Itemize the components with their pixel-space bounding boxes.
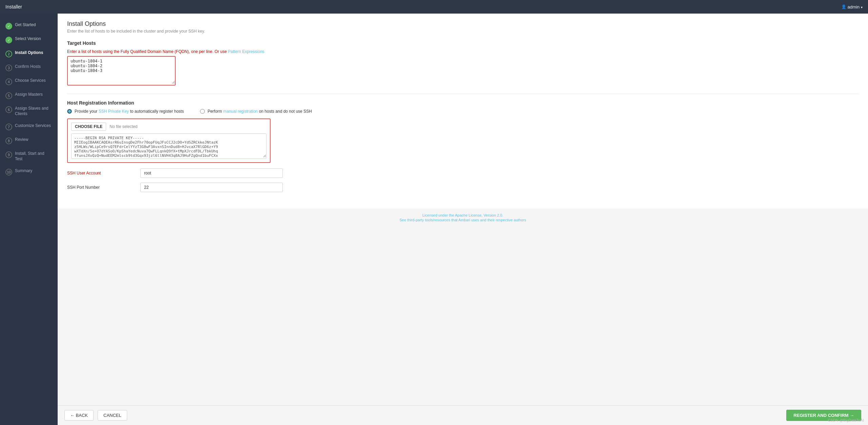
content-panel: Install Options Enter the list of hosts … (58, 14, 868, 405)
manual-reg-option[interactable]: Perform manual registration on hosts and… (200, 109, 312, 114)
app-title: Installer (5, 4, 22, 10)
radio-row: Provide your SSH Private Key to automati… (67, 109, 859, 114)
back-button[interactable]: ← BACK (64, 410, 94, 421)
file-upload-row: CHOOSE FILE No file selected (71, 123, 267, 131)
ssh-port-input[interactable] (140, 183, 283, 192)
left-buttons: ← BACK CANCEL (64, 410, 127, 421)
bottom-bar: ← BACK CANCEL REGISTER AND CONFIRM → (58, 405, 868, 425)
page-subtitle: Enter the list of hosts to be included i… (67, 29, 859, 34)
sidebar-item-get-started[interactable]: Get Started (0, 19, 58, 33)
host-registration-title: Host Registration Information (67, 100, 859, 106)
ssh-user-label: SSH User Account (67, 171, 135, 175)
host-registration-section: Host Registration Information Provide yo… (67, 100, 859, 192)
sidebar-item-label: Select Version (15, 36, 41, 42)
sidebar-item-label: Summary (15, 168, 32, 174)
sidebar-item-customize-services[interactable]: 7 Customize Services (0, 120, 58, 134)
pattern-expressions-link[interactable]: Pattern Expressions (228, 49, 264, 54)
footer-thirdparty-link[interactable]: See third-party tools/resources that Amb… (399, 218, 526, 222)
sidebar-item-assign-slaves[interactable]: 6 Assign Slaves and Clients (0, 103, 58, 120)
ssh-user-input[interactable] (140, 168, 283, 178)
step-circle-customize-services: 7 (5, 124, 12, 130)
target-hosts-title: Target Hosts (67, 40, 859, 46)
ssh-port-label: SSH Port Number (67, 185, 135, 190)
main-area: Install Options Enter the list of hosts … (58, 14, 868, 425)
private-key-wrapper (71, 133, 267, 159)
step-circle-install-options: 2 (5, 51, 12, 57)
sidebar: Get Started Select Version 2 Install Opt… (0, 14, 58, 425)
ssh-port-row: SSH Port Number (67, 183, 859, 192)
step-circle-assign-slaves: 6 (5, 106, 12, 113)
content-inner: Install Options Enter the list of hosts … (58, 14, 868, 208)
ssh-user-row: SSH User Account (67, 168, 859, 178)
step-circle-confirm-hosts: 3 (5, 64, 12, 71)
sidebar-item-label: Assign Masters (15, 92, 43, 97)
ssh-private-key-link[interactable]: SSH Private Key (99, 109, 129, 114)
target-hosts-section: Target Hosts Enter a list of hosts using… (67, 40, 859, 86)
sidebar-item-label: Choose Services (15, 78, 46, 84)
sidebar-item-label: Assign Slaves and Clients (15, 106, 52, 116)
sidebar-item-label: Confirm Hosts (15, 64, 41, 70)
section-divider (67, 94, 859, 94)
sidebar-item-label: Install, Start and Test (15, 151, 52, 162)
page-title: Install Options (67, 20, 859, 27)
footer-license-link[interactable]: Licensed under the Apache License, Versi… (422, 213, 504, 217)
fqdn-instruction: Enter a list of hosts using the Fully Qu… (67, 49, 859, 54)
sidebar-item-summary[interactable]: 10 Summary (0, 165, 58, 179)
user-name: admin (848, 4, 860, 10)
sidebar-item-install-start[interactable]: 9 Install, Start and Test (0, 148, 58, 165)
topbar: Installer admin (0, 0, 868, 14)
sidebar-item-label: Customize Services (15, 123, 51, 129)
no-file-label: No file selected (110, 124, 137, 129)
ssh-key-option[interactable]: Provide your SSH Private Key to automati… (67, 109, 184, 114)
ssh-key-radio[interactable] (67, 109, 72, 114)
ssh-option-text: Provide your SSH Private Key to automati… (75, 109, 184, 114)
hosts-textarea[interactable] (68, 57, 175, 84)
sidebar-item-label: Get Started (15, 22, 36, 28)
cancel-button[interactable]: CANCEL (98, 410, 127, 421)
step-circle-assign-masters: 5 (5, 92, 12, 99)
step-circle-review: 8 (5, 137, 12, 144)
sidebar-item-choose-services[interactable]: 4 Choose Services (0, 75, 58, 89)
choose-file-button[interactable]: CHOOSE FILE (71, 123, 106, 131)
sidebar-item-label: Review (15, 137, 28, 143)
manual-reg-radio[interactable] (200, 109, 205, 114)
manual-option-text: Perform manual registration on hosts and… (208, 109, 312, 114)
sidebar-item-select-version[interactable]: Select Version (0, 33, 58, 47)
watermark: CSDN @BigDataToAI (828, 418, 864, 422)
step-circle-get-started (5, 23, 12, 30)
step-circle-select-version (5, 37, 12, 43)
sidebar-item-assign-masters[interactable]: 5 Assign Masters (0, 89, 58, 103)
user-menu-caret (861, 4, 863, 10)
sidebar-item-label: Install Options (15, 50, 43, 56)
footer: Licensed under the Apache License, Versi… (58, 208, 868, 227)
step-circle-summary: 10 (5, 169, 12, 175)
file-upload-box: CHOOSE FILE No file selected (67, 118, 271, 163)
private-key-textarea[interactable] (72, 134, 266, 158)
hosts-textarea-wrapper (67, 56, 176, 86)
sidebar-item-install-options[interactable]: 2 Install Options (0, 47, 58, 61)
user-menu[interactable]: admin (841, 4, 863, 10)
step-circle-install-start: 9 (5, 151, 12, 158)
sidebar-item-review[interactable]: 8 Review (0, 134, 58, 148)
manual-registration-link[interactable]: manual registration (223, 109, 258, 114)
sidebar-item-confirm-hosts[interactable]: 3 Confirm Hosts (0, 61, 58, 75)
step-circle-choose-services: 4 (5, 78, 12, 85)
